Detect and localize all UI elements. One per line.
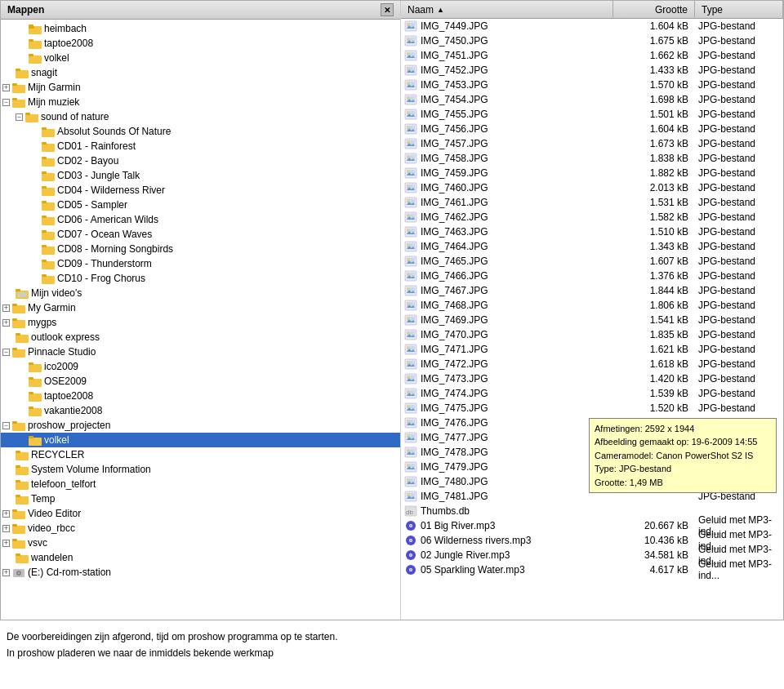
svg-rect-23 <box>42 188 55 196</box>
file-row[interactable]: IMG_7457.JPG 1.673 kB JPG-bestand <box>401 136 783 151</box>
svg-point-206 <box>408 479 410 482</box>
tree-item-cd10[interactable]: CD10 - Frog Chorus <box>1 271 400 286</box>
tree-item-cd05[interactable]: CD05 - Sampler <box>1 198 400 212</box>
collapse-icon[interactable]: − <box>2 349 10 356</box>
tree-item-taptoe2008[interactable]: taptoe2008 <box>1 36 400 51</box>
tree-item-cd04[interactable]: CD04 - Wilderness River <box>1 183 400 198</box>
tree-item-cdrom[interactable]: + (E:) Cd-rom-station <box>1 565 400 580</box>
collapse-icon[interactable]: − <box>2 422 10 429</box>
tree-item-telefoon[interactable]: telefoon_telfort <box>1 477 400 491</box>
tree-item-cd09[interactable]: CD09 - Thunderstorm <box>1 256 400 271</box>
expand-icon[interactable]: + <box>2 510 10 518</box>
file-row[interactable]: IMG_7463.JPG 1.510 kB JPG-bestand <box>401 224 783 239</box>
expand-icon[interactable]: + <box>2 569 10 576</box>
file-row[interactable]: IMG_7465.JPG 1.607 kB JPG-bestand <box>401 254 783 269</box>
tree-item-vsvc[interactable]: + vsvc <box>1 536 400 550</box>
file-row[interactable]: IMG_7471.JPG 1.621 kB JPG-bestand <box>401 342 783 357</box>
file-row[interactable]: IMG_7475.JPG 1.520 kB JPG-bestand <box>401 401 783 416</box>
svg-rect-68 <box>12 511 25 519</box>
tree-item-pinnacle-studio[interactable]: − Pinnacle Studio <box>1 344 400 359</box>
expand-icon[interactable]: + <box>2 84 10 91</box>
file-size-cell: 1.510 kB <box>613 226 695 238</box>
file-row[interactable]: IMG_7456.JPG 1.604 kB JPG-bestand <box>401 122 783 136</box>
tree-item-cd01[interactable]: CD01 - Rainforest <box>1 139 400 153</box>
file-type-cell: JPG-bestand <box>695 182 783 193</box>
file-row[interactable]: IMG_7470.JPG 1.835 kB JPG-bestand <box>401 327 783 342</box>
svg-point-190 <box>408 420 410 423</box>
tree-item-absolut[interactable]: Absolut Sounds Of Nature <box>1 124 400 139</box>
svg-rect-54 <box>29 408 42 416</box>
expand-icon[interactable]: + <box>2 525 10 532</box>
file-name-cell: IMG_7477.JPG <box>401 432 613 443</box>
tree-item-ico2009[interactable]: ico2009 <box>1 359 400 374</box>
col-header-grootte[interactable]: Grootte <box>613 1 695 18</box>
file-row[interactable]: IMG_7464.JPG 1.343 kB JPG-bestand <box>401 239 783 254</box>
tree-item-ose2009[interactable]: OSE2009 <box>1 374 400 389</box>
file-row[interactable]: IMG_7460.JPG 2.013 kB JPG-bestand <box>401 180 783 195</box>
tree-item-cd08[interactable]: CD08 - Morning Songbirds <box>1 242 400 256</box>
collapse-icon[interactable]: − <box>2 99 10 106</box>
tree-item-cd02[interactable]: CD02 - Bayou <box>1 153 400 168</box>
tree-item-cd07[interactable]: CD07 - Ocean Waves <box>1 227 400 242</box>
tree-item-snagit[interactable]: snagit <box>1 65 400 80</box>
expand-icon[interactable]: + <box>2 304 10 312</box>
file-name: IMG_7473.JPG <box>421 373 488 385</box>
col-header-naam[interactable]: Naam ▲ <box>401 1 613 18</box>
tree-item-wandelen[interactable]: wandelen <box>1 550 400 565</box>
tree-item-volkel[interactable]: volkel <box>1 51 400 65</box>
expand-icon[interactable]: + <box>2 540 10 547</box>
tree-item-cd06[interactable]: CD06 - American Wilds <box>1 212 400 227</box>
tree-item-sysvolinfo[interactable]: System Volume Information <box>1 462 400 477</box>
tree-view[interactable]: heimbach taptoe2008 volkel <box>1 20 400 620</box>
file-type-cell: JPG-bestand <box>695 256 783 267</box>
file-row[interactable]: IMG_7467.JPG 1.844 kB JPG-bestand <box>401 283 783 298</box>
tree-item-volkel-selected[interactable]: volkel <box>1 433 400 447</box>
file-row[interactable]: IMG_7453.JPG 1.570 kB JPG-bestand <box>401 78 783 92</box>
tree-item-recycler[interactable]: RECYCLER <box>1 447 400 462</box>
file-row[interactable]: IMG_7474.JPG 1.539 kB JPG-bestand <box>401 386 783 401</box>
tree-item-mijn-muziek[interactable]: − Mijn muziek <box>1 95 400 109</box>
tree-item-mijn-videos[interactable]: Mijn video's <box>1 286 400 300</box>
file-row[interactable]: IMG_7472.JPG 1.618 kB JPG-bestand <box>401 357 783 371</box>
tree-item-label: CD03 - Jungle Talk <box>57 170 140 181</box>
file-row[interactable]: IMG_7450.JPG 1.675 kB JPG-bestand <box>401 33 783 48</box>
file-row[interactable]: IMG_7451.JPG 1.662 kB JPG-bestand <box>401 48 783 63</box>
file-row[interactable]: IMG_7468.JPG 1.806 kB JPG-bestand <box>401 298 783 313</box>
collapse-icon[interactable]: − <box>16 113 23 121</box>
tree-item-sound-of-nature[interactable]: − sound of nature <box>1 109 400 124</box>
file-row[interactable]: IMG_7466.JPG 1.376 kB JPG-bestand <box>401 269 783 283</box>
tree-item-video-rbcc[interactable]: + video_rbcc <box>1 521 400 536</box>
folder-icon <box>16 287 29 299</box>
tree-item-heimbach[interactable]: heimbach <box>1 21 400 36</box>
file-row[interactable]: 05 Sparkling Water.mp3 4.617 kB Geluid m… <box>401 562 783 577</box>
file-list[interactable]: IMG_7449.JPG 1.604 kB JPG-bestand IMG_74… <box>401 19 783 620</box>
tree-item-mygps[interactable]: + mygps <box>1 315 400 330</box>
file-row[interactable]: IMG_7473.JPG 1.420 kB JPG-bestand <box>401 371 783 386</box>
col-header-type[interactable]: Type <box>695 1 783 18</box>
file-row[interactable]: IMG_7462.JPG 1.582 kB JPG-bestand <box>401 210 783 224</box>
file-name-cell: 06 Wilderness rivers.mp3 <box>401 535 613 546</box>
file-row[interactable]: IMG_7449.JPG 1.604 kB JPG-bestand <box>401 19 783 33</box>
tree-item-my-garmin[interactable]: + My Garmin <box>1 300 400 315</box>
tree-item-temp[interactable]: Temp <box>1 491 400 506</box>
tree-item-cd03[interactable]: CD03 - Jungle Talk <box>1 168 400 183</box>
file-row[interactable]: IMG_7454.JPG 1.698 kB JPG-bestand <box>401 92 783 107</box>
file-row[interactable]: IMG_7455.JPG 1.501 kB JPG-bestand <box>401 107 783 122</box>
file-row[interactable]: IMG_7458.JPG 1.838 kB JPG-bestand <box>401 151 783 166</box>
tree-item-outlook-express[interactable]: outlook express <box>1 330 400 344</box>
tree-item-vakantie2008[interactable]: vakantie2008 <box>1 403 400 418</box>
expand-icon[interactable]: + <box>2 319 10 327</box>
close-button[interactable]: ✕ <box>381 3 394 16</box>
tree-item-video-editor[interactable]: + Video Editor <box>1 506 400 521</box>
file-row[interactable]: IMG_7469.JPG 1.541 kB JPG-bestand <box>401 313 783 327</box>
file-type-icon <box>404 329 417 340</box>
tree-item-label: CD07 - Ocean Waves <box>57 229 152 240</box>
file-row[interactable]: IMG_7461.JPG 1.531 kB JPG-bestand <box>401 195 783 210</box>
file-row[interactable]: IMG_7459.JPG 1.882 kB JPG-bestand <box>401 166 783 180</box>
tree-item-taptoe2008b[interactable]: taptoe2008 <box>1 389 400 403</box>
folder-icon <box>42 155 55 167</box>
tree-item-mijn-garmin[interactable]: + Mijn Garmin <box>1 80 400 95</box>
file-row[interactable]: IMG_7452.JPG 1.433 kB JPG-bestand <box>401 63 783 78</box>
tree-item-proshow[interactable]: − proshow_projecten <box>1 418 400 433</box>
file-name: IMG_7450.JPG <box>421 35 488 47</box>
